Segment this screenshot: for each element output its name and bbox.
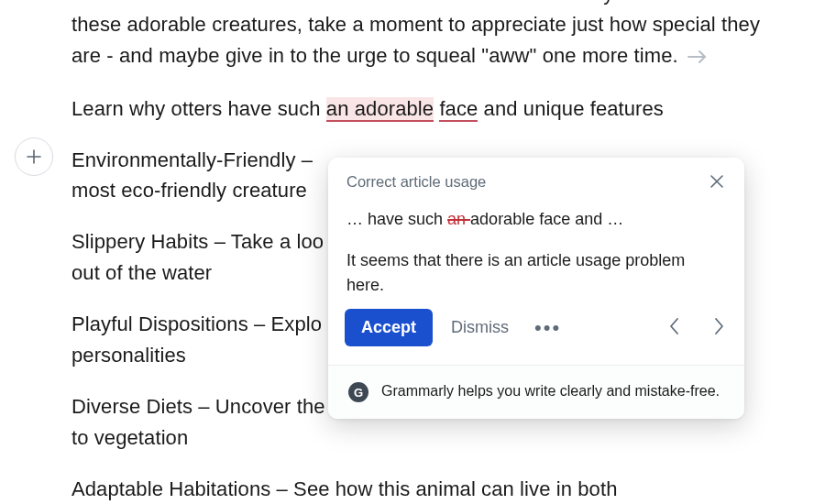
- popup-title: Correct article usage: [346, 173, 486, 191]
- dismiss-button[interactable]: Dismiss: [446, 311, 514, 345]
- close-icon: [710, 175, 723, 188]
- intro-paragraph[interactable]: have a certain charm that's hard to resi…: [72, 0, 768, 73]
- suggestion-strike: an: [447, 210, 470, 228]
- grammar-suggestion-popup: Correct article usage … have such an ado…: [328, 158, 744, 419]
- error-underline[interactable]: face: [439, 97, 478, 122]
- popup-explanation: It seems that there is an article usage …: [346, 248, 726, 298]
- plus-icon: [26, 148, 42, 165]
- more-options-button[interactable]: •••: [527, 314, 568, 342]
- dots-icon: •••: [534, 316, 561, 339]
- suggestion-suffix: adorable face and …: [470, 210, 623, 228]
- popup-footer-text: Grammarly helps you write clearly and mi…: [381, 380, 720, 402]
- h1-post: and unique features: [478, 97, 664, 120]
- suggestion-prefix: … have such: [346, 210, 447, 228]
- chevron-left-icon: [669, 317, 680, 335]
- heading-line-1[interactable]: Learn why otters have such an adorable f…: [72, 93, 768, 125]
- chevron-right-icon: [713, 317, 724, 335]
- error-highlight[interactable]: an adorable: [326, 97, 434, 122]
- intro-text: have a certain charm that's hard to resi…: [72, 0, 760, 67]
- h1-pre: Learn why otters have such: [72, 97, 326, 120]
- prev-suggestion-button[interactable]: [666, 313, 684, 343]
- close-button[interactable]: [708, 172, 726, 191]
- arrow-right-icon[interactable]: [688, 42, 708, 73]
- next-suggestion-button[interactable]: [710, 313, 728, 343]
- add-block-button[interactable]: [15, 137, 53, 176]
- heading-line-6[interactable]: Adaptable Habitations – See how this ani…: [72, 474, 768, 505]
- grammarly-badge-icon: G: [348, 382, 368, 402]
- suggestion-line: … have such an adorable face and …: [346, 207, 726, 232]
- accept-button[interactable]: Accept: [345, 309, 433, 346]
